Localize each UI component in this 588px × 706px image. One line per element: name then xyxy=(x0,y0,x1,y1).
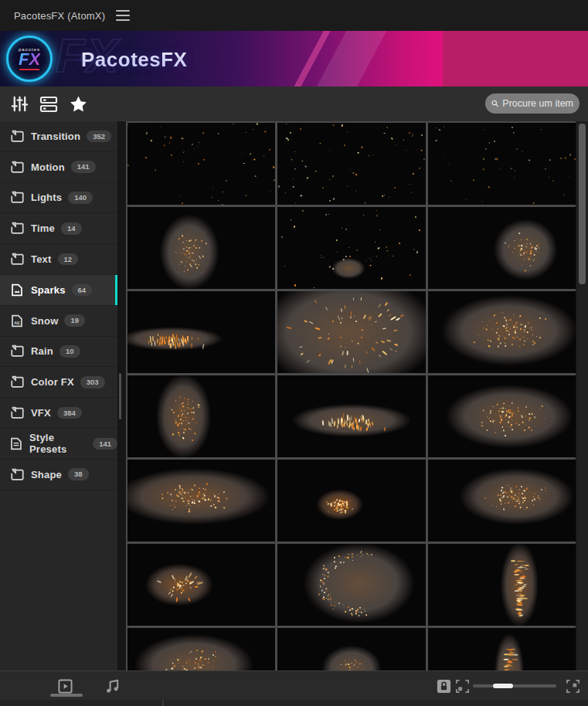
sidebar-item-shape[interactable]: Shape38 xyxy=(0,460,117,490)
sidebar-item-label: Rain xyxy=(31,345,53,357)
search-input[interactable]: Procure um item xyxy=(485,93,580,114)
search-icon xyxy=(491,98,498,109)
sparks-preset-14[interactable] xyxy=(277,460,425,541)
doc-lines-icon xyxy=(10,436,22,450)
sparks-preset-11[interactable] xyxy=(277,375,425,457)
sidebar-item-snow[interactable]: AESnow19 xyxy=(0,306,117,337)
hamburger-menu-icon[interactable] xyxy=(116,10,130,21)
sidebar-item-label: Sparks xyxy=(31,284,66,296)
folder-arrow-icon xyxy=(10,406,24,420)
sparks-preset-6[interactable] xyxy=(428,207,576,289)
sparks-preset-17[interactable] xyxy=(277,544,425,626)
scale-icon[interactable] xyxy=(454,678,470,694)
folder-arrow-icon xyxy=(10,253,24,266)
sidebar-item-rain[interactable]: Rain10 xyxy=(0,337,117,368)
grid-scrollbar[interactable] xyxy=(576,121,588,670)
sparks-preset-18[interactable] xyxy=(428,544,576,626)
sparks-preset-12[interactable] xyxy=(428,375,576,457)
item-count-badge: 38 xyxy=(68,468,89,480)
item-count-badge: 384 xyxy=(57,407,82,419)
sparks-preset-4[interactable] xyxy=(127,207,275,289)
sidebar-hscroll-thumb[interactable] xyxy=(50,694,83,697)
presets-grid xyxy=(126,121,576,670)
folder-arrow-icon xyxy=(10,345,24,358)
folder-arrow-icon xyxy=(10,129,24,143)
fit-screen-icon[interactable] xyxy=(565,678,580,694)
folder-arrow-icon xyxy=(10,160,24,174)
sidebar-item-vfx[interactable]: VFX384 xyxy=(0,398,117,429)
toolbar: Procure um item xyxy=(0,87,588,121)
app-window: PacotesFX (AtomX) FX pacotes FX PacotesF… xyxy=(0,0,588,706)
sparks-preset-7[interactable] xyxy=(127,291,275,373)
sidebar-item-label: Snow xyxy=(31,315,58,327)
sidebar-item-time[interactable]: Time14 xyxy=(0,213,117,244)
sidebar-scrollbar[interactable] xyxy=(117,121,126,670)
sidebar-item-style-presets[interactable]: Style Presets141 xyxy=(0,429,117,460)
sidebar-item-label: Style Presets xyxy=(29,432,87,455)
list-view-icon[interactable] xyxy=(39,94,59,114)
item-count-badge: 12 xyxy=(58,253,79,266)
zoom-slider-thumb[interactable] xyxy=(493,684,513,688)
item-count-badge: 10 xyxy=(59,345,80,358)
sidebar-item-transition[interactable]: Transition352 xyxy=(0,121,117,152)
window-title: PacotesFX (AtomX) xyxy=(14,10,105,22)
sparks-preset-1[interactable] xyxy=(127,123,275,205)
logo-red-bar xyxy=(19,69,39,70)
sparks-preset-2[interactable] xyxy=(277,123,425,205)
folder-arrow-icon xyxy=(10,191,24,205)
sparks-preset-15[interactable] xyxy=(428,460,576,541)
item-count-badge: 352 xyxy=(87,131,111,143)
lock-icon[interactable] xyxy=(435,677,452,694)
file-image-icon xyxy=(10,283,24,297)
brand-banner: FX pacotes FX PacotesFX xyxy=(0,31,588,87)
sparks-preset-5[interactable] xyxy=(277,207,425,289)
item-count-badge: 140 xyxy=(68,192,93,204)
sidebar-item-label: Shape xyxy=(31,469,62,480)
sidebar-item-label: Motion xyxy=(31,161,65,173)
sidebar-item-motion[interactable]: Motion141 xyxy=(0,152,117,183)
filters-icon[interactable] xyxy=(9,94,29,114)
sidebar-item-label: Color FX xyxy=(31,376,74,388)
banner-right-block xyxy=(443,31,588,87)
play-preview-icon[interactable] xyxy=(57,678,73,694)
sidebar-item-color-fx[interactable]: Color FX303 xyxy=(0,367,117,398)
main-content: Transition352Motion141Lights140Time14Tex… xyxy=(0,121,588,670)
brand-title: PacotesFX xyxy=(81,48,187,72)
item-count-badge: 141 xyxy=(71,161,96,173)
sidebar-item-lights[interactable]: Lights140 xyxy=(0,183,117,214)
sparks-preset-20[interactable] xyxy=(277,628,425,670)
sidebar-item-label: Lights xyxy=(31,192,62,203)
sparks-preset-21[interactable] xyxy=(428,628,576,670)
sparks-preset-9[interactable] xyxy=(428,291,576,373)
zoom-slider[interactable] xyxy=(473,684,556,687)
sidebar-item-text[interactable]: Text12 xyxy=(0,244,117,275)
svg-text:AE: AE xyxy=(14,320,20,324)
item-count-badge: 303 xyxy=(80,376,105,389)
search-placeholder: Procure um item xyxy=(502,98,573,109)
item-count-badge: 141 xyxy=(93,438,117,450)
sparks-preset-10[interactable] xyxy=(127,375,275,457)
sparks-preset-16[interactable] xyxy=(127,544,275,626)
logo-fx-text: FX xyxy=(19,52,40,67)
grid-scrollbar-thumb[interactable] xyxy=(579,124,586,284)
audio-icon[interactable] xyxy=(104,677,121,694)
sparks-preset-3[interactable] xyxy=(428,123,576,205)
sparks-preset-19[interactable] xyxy=(127,628,275,670)
item-count-badge: 19 xyxy=(64,314,85,327)
bottom-strip xyxy=(0,700,588,706)
item-count-badge: 14 xyxy=(61,222,82,235)
favorites-star-icon[interactable] xyxy=(68,94,88,114)
sidebar: Transition352Motion141Lights140Time14Tex… xyxy=(0,121,117,670)
sidebar-item-label: VFX xyxy=(31,407,51,419)
folder-arrow-icon xyxy=(10,222,24,236)
sparks-preset-8[interactable] xyxy=(277,291,425,373)
folder-arrow-icon xyxy=(10,375,24,389)
sidebar-item-sparks[interactable]: Sparks64 xyxy=(0,275,117,306)
sidebar-scrollbar-thumb[interactable] xyxy=(119,373,121,419)
sidebar-item-label: Transition xyxy=(31,131,80,142)
sidebar-item-label: Text xyxy=(31,253,52,265)
brand-logo: pacotes FX xyxy=(6,36,53,82)
sparks-preset-13[interactable] xyxy=(127,460,275,541)
panel-divider xyxy=(162,700,164,706)
file-ae-icon: AE xyxy=(10,314,24,328)
